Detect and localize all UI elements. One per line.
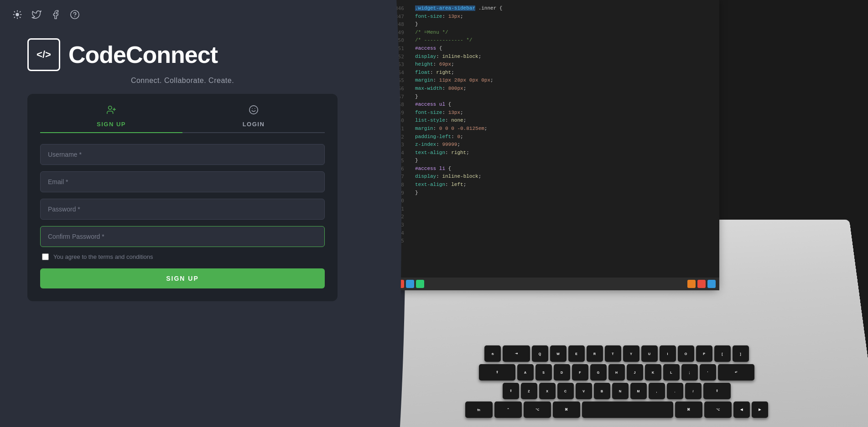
key: X: [539, 383, 556, 399]
key: ▶: [752, 401, 768, 418]
facebook-icon[interactable]: [49, 8, 62, 21]
key: fn: [465, 401, 493, 418]
key: D: [554, 364, 570, 381]
svg-point-11: [109, 106, 112, 109]
key-row-1: ⎋ ⇥ Q W E R T Y U I O P [ ]: [374, 345, 859, 362]
logo-box: </>: [27, 38, 60, 71]
tab-signup[interactable]: SIGN UP: [40, 105, 182, 133]
twitter-icon[interactable]: [30, 8, 43, 21]
right-panel: 346 347 348 349 350 351 352 353 354 355 …: [365, 0, 868, 427]
code-editor: 346 347 348 349 350 351 352 353 354 355 …: [392, 0, 719, 290]
svg-line-6: [20, 17, 21, 18]
key-row-2: ⇪ A S D F G H J K L ; ' ↵: [374, 364, 859, 381]
key: ⌘: [553, 401, 580, 418]
code-symbol: </>: [36, 49, 51, 61]
code-content: .widget-area-sidebar .inner { font-size:…: [411, 0, 719, 290]
key: Y: [623, 345, 639, 362]
key: O: [678, 345, 694, 362]
key: ⌥: [524, 401, 551, 418]
key: V: [576, 383, 592, 399]
brand-name: CodeConnect: [68, 41, 218, 68]
key: ⇥: [503, 345, 530, 362]
key: L: [663, 364, 680, 381]
email-input[interactable]: [40, 171, 325, 192]
key: ⇪: [479, 364, 515, 381]
taskbar-item: [687, 280, 696, 288]
line-numbers: 346 347 348 349 350 351 352 353 354 355 …: [392, 0, 411, 290]
terms-label: You agree to the terms and conditions: [53, 253, 153, 260]
keys-container: ⎋ ⇥ Q W E R T Y U I O P [ ] ⇪ A S D F: [374, 345, 859, 418]
key: ↵: [718, 364, 754, 381]
svg-line-7: [20, 11, 21, 12]
key: C: [557, 383, 574, 399]
key: P: [696, 345, 712, 362]
key: W: [550, 345, 567, 362]
key: Z: [521, 383, 537, 399]
key: [: [714, 345, 731, 362]
key: S: [535, 364, 552, 381]
taskbar-item: [396, 280, 404, 288]
key: ⎋: [484, 345, 501, 362]
key: I: [660, 345, 676, 362]
key-row-4: fn ⌃ ⌥ ⌘ ⌘ ⌥ ◀ ▶: [374, 401, 859, 418]
key: T: [605, 345, 621, 362]
terms-row: You agree to the terms and conditions: [40, 253, 325, 260]
password-input[interactable]: [40, 199, 325, 220]
top-nav: [0, 0, 365, 29]
key: R: [587, 345, 603, 362]
svg-line-5: [14, 11, 15, 12]
key: ⌥: [704, 401, 732, 418]
key: Q: [532, 345, 548, 362]
key: B: [594, 383, 610, 399]
key: ,: [649, 383, 665, 399]
key: .: [667, 383, 683, 399]
taskbar-item: [406, 280, 414, 288]
confirm-password-input[interactable]: [40, 226, 325, 247]
key: /: [685, 383, 702, 399]
svg-point-9: [71, 10, 79, 19]
svg-point-14: [249, 106, 258, 114]
tab-login-label: LOGIN: [243, 121, 265, 128]
taskbar-item: [707, 280, 716, 288]
key: U: [641, 345, 658, 362]
help-icon[interactable]: [68, 8, 81, 21]
key: ⇧: [703, 383, 731, 399]
signup-button[interactable]: SIGN UP: [40, 268, 325, 288]
key: ⇧: [503, 383, 519, 399]
key: ⌃: [494, 401, 522, 418]
spacebar: [582, 401, 673, 418]
username-input[interactable]: [40, 144, 325, 165]
key: N: [612, 383, 629, 399]
form-card: SIGN UP LOGIN: [27, 94, 338, 301]
taskbar-item: [697, 280, 706, 288]
key: A: [517, 364, 534, 381]
key: ;: [681, 364, 698, 381]
key: K: [645, 364, 661, 381]
login-icon: [249, 105, 259, 117]
taskbar: [392, 278, 719, 290]
logo-area: </> CodeConnect: [0, 29, 365, 75]
tab-login[interactable]: LOGIN: [182, 105, 325, 133]
key: F: [572, 364, 588, 381]
tabs: SIGN UP LOGIN: [40, 105, 325, 133]
svg-line-8: [14, 17, 15, 18]
key: E: [568, 345, 585, 362]
tagline: Connect. Collaborate. Create.: [0, 75, 365, 94]
svg-point-0: [16, 13, 19, 16]
key: ]: [733, 345, 749, 362]
key: ⌘: [675, 401, 702, 418]
key: G: [590, 364, 607, 381]
key: M: [630, 383, 647, 399]
signup-icon: [106, 105, 116, 117]
key: J: [627, 364, 643, 381]
sun-icon[interactable]: [11, 8, 24, 21]
key: H: [608, 364, 625, 381]
taskbar-item: [416, 280, 424, 288]
key-row-3: ⇧ Z X C V B N M , . / ⇧: [374, 383, 859, 399]
key: ': [700, 364, 716, 381]
left-panel: </> CodeConnect Connect. Collaborate. Cr…: [0, 0, 365, 427]
key: ◀: [733, 401, 750, 418]
terms-checkbox[interactable]: [42, 253, 49, 260]
tab-signup-label: SIGN UP: [97, 121, 126, 128]
